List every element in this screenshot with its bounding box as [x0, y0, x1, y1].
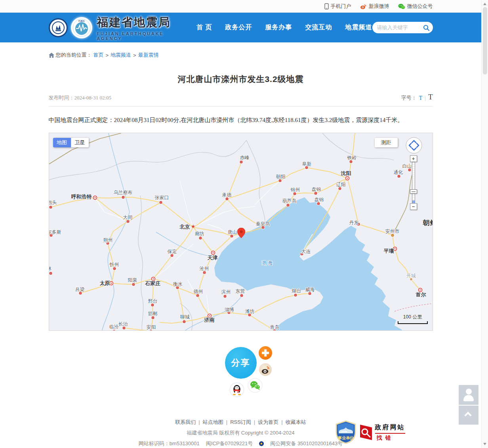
share-wechat-button[interactable] — [248, 379, 262, 392]
nav-earthquake-channel[interactable]: 地震频道 — [345, 23, 372, 32]
public-institution-badge-text: 事业单位 — [337, 436, 354, 440]
wechat-label: 微信公众号 — [407, 3, 433, 10]
fjea-logo-text: FJEA — [78, 20, 85, 22]
footer-separator: | — [198, 419, 200, 425]
nav-home[interactable]: 首 页 — [196, 23, 212, 32]
article-body: 中国地震台网正式测定：2024年08月31日02时00分,在河北唐山市滦州市（北… — [49, 115, 433, 125]
site-footer: 联系我们|站点地图|RSS订阅|设为首页|收藏本站 福建省地震局 版权所有 Co… — [49, 419, 433, 448]
map-type-satellite-button[interactable]: 卫星 — [71, 138, 89, 147]
footer-icp-link[interactable]: 闽ICP备07029221号 — [206, 440, 253, 446]
breadcrumb-home[interactable]: 首页 — [93, 51, 104, 59]
breadcrumb-prefix: 您的当前位置： — [56, 51, 92, 59]
quake-marker[interactable] — [237, 228, 245, 238]
back-to-top-button[interactable] — [459, 406, 478, 425]
map-type-switch: 地图 卫星 — [53, 138, 89, 147]
public-institution-badge[interactable]: 事业单位 — [335, 420, 357, 446]
map-scale-label: 100 公里 — [403, 314, 422, 320]
publish-time-label: 发布时间： — [49, 95, 74, 101]
map-canvas[interactable]: 赤峰铁岭白山阜新通化沈阳朝阳辽阳盘锦锦州乌兰察布呼和浩特张家口承德盘锦葫芦岛包头… — [49, 133, 433, 331]
user-icon — [466, 389, 472, 395]
fjea-logo: FJEA — [71, 17, 92, 38]
weibo-icon — [360, 4, 367, 10]
breadcrumb-separator: > — [106, 52, 109, 58]
chevron-up-icon — [464, 412, 471, 419]
weibo-link[interactable]: 新浪微博 — [360, 3, 389, 10]
map-scale: 100 公里 — [398, 314, 428, 324]
font-size-separator: | — [425, 95, 426, 101]
breadcrumb-separator: > — [133, 52, 136, 58]
footer-homepage-link[interactable]: 设为首页 — [258, 419, 278, 425]
search-input[interactable] — [377, 25, 423, 31]
publish-time-value: 2024-08-31 02:05 — [74, 95, 112, 101]
page: { "topbar": { "mobile": "手机门户", "weibo":… — [0, 0, 488, 448]
cea-logo — [49, 18, 68, 37]
scrollbar-up-arrow[interactable] — [483, 3, 486, 5]
user-panel-button[interactable] — [459, 385, 478, 405]
wechat-share-icon — [250, 380, 261, 391]
footer-separator: | — [254, 419, 255, 425]
site-header: FJEA 福建省地震局 FUJIAN EARTHQUAKE AGENCY 首 页… — [0, 13, 481, 42]
share-more-button[interactable] — [259, 346, 272, 360]
wechat-icon — [398, 4, 405, 10]
footer-security-link[interactable]: 闽公网安备 35010202001643号 — [270, 440, 343, 446]
main-nav: 首 页 政务公开 服务办事 交流互动 地震频道 — [196, 23, 372, 32]
article: 河北唐山市滦州市发生3.2级地震 发布时间：2024-08-31 02:05 字… — [49, 74, 433, 448]
footer-site-code: 网站标识码：bm53130001 — [139, 440, 200, 446]
scrollbar-thumb[interactable] — [483, 7, 487, 74]
gov-badge-line2: 找错 — [375, 433, 405, 442]
footer-favorite-link[interactable]: 收藏本站 — [286, 419, 306, 425]
footer-separator: | — [281, 419, 282, 425]
top-utility-bar: 手机门户 新浪微博 微信公众号 — [0, 0, 481, 13]
site-title: 福建省地震局 — [97, 15, 185, 31]
breadcrumb: 您的当前位置： 首页 > 地震频道 > 最新震情 — [0, 51, 481, 59]
font-larger-button[interactable]: T — [428, 93, 433, 101]
nav-gov-info[interactable]: 政务公开 — [225, 23, 252, 32]
site-title-block: 福建省地震局 FUJIAN EARTHQUAKE AGENCY — [97, 15, 185, 41]
share-weibo-button[interactable] — [259, 363, 272, 376]
gov-badge-line1: 政府网站 — [375, 423, 405, 432]
footer-separator: | — [226, 419, 227, 425]
font-size-control: 字号： T | T — [401, 93, 433, 101]
weibo-label: 新浪微博 — [369, 3, 389, 10]
qq-share-icon — [232, 384, 242, 395]
article-title: 河北唐山市滦州市发生3.2级地震 — [49, 74, 433, 85]
search-icon[interactable] — [423, 24, 430, 31]
nav-interaction[interactable]: 交流互动 — [305, 23, 332, 32]
zoom-slider-track[interactable] — [412, 162, 415, 203]
zoom-in-button[interactable]: + — [410, 155, 417, 162]
gov-badge-flag-icon — [359, 424, 373, 441]
share-qq-button[interactable] — [230, 383, 244, 397]
font-smaller-button[interactable]: T — [419, 95, 423, 101]
site-subtitle: FUJIAN EARTHQUAKE AGENCY — [97, 31, 185, 41]
phone-icon — [324, 3, 329, 10]
weibo-share-icon — [261, 365, 270, 374]
map-type-map-button[interactable]: 地图 — [53, 138, 71, 147]
article-meta: 发布时间：2024-08-31 02:05 字号： T | T — [49, 93, 433, 107]
nav-services[interactable]: 服务办事 — [265, 23, 292, 32]
zoom-slider-handle[interactable] — [410, 189, 417, 194]
zoom-out-button[interactable]: − — [410, 203, 417, 210]
breadcrumb-channel[interactable]: 地震频道 — [111, 51, 131, 59]
scrollbar-down-arrow[interactable] — [483, 443, 486, 445]
police-badge-icon — [259, 441, 264, 446]
page-scrollbar[interactable] — [481, 0, 488, 448]
search-box — [372, 22, 433, 33]
home-icon — [49, 53, 54, 58]
mobile-portal-label: 手机门户 — [331, 3, 351, 10]
wechat-link[interactable]: 微信公众号 — [398, 3, 433, 10]
share-section: 分享 — [49, 341, 433, 405]
share-button[interactable]: 分享 — [225, 347, 257, 379]
footer-contact-link[interactable]: 联系我们 — [175, 419, 196, 425]
font-size-label: 字号： — [401, 94, 417, 101]
map-pan-control[interactable] — [405, 137, 423, 154]
gov-site-error-badge[interactable]: 政府网站 找错 — [359, 423, 405, 442]
mobile-portal-link[interactable]: 手机门户 — [324, 3, 351, 10]
measure-distance-button[interactable]: 测距 — [375, 138, 398, 147]
page-content: 手机门户 新浪微博 微信公众号 FJEA — [0, 0, 481, 448]
map-zoom-control: + − — [410, 155, 417, 210]
footer-rss-link[interactable]: RSS订阅 — [230, 419, 251, 425]
publish-time: 发布时间：2024-08-31 02:05 — [49, 94, 112, 101]
breadcrumb-current[interactable]: 最新震情 — [138, 51, 159, 59]
map-scale-bar — [398, 321, 428, 324]
footer-sitemap-link[interactable]: 站点地图 — [203, 419, 223, 425]
